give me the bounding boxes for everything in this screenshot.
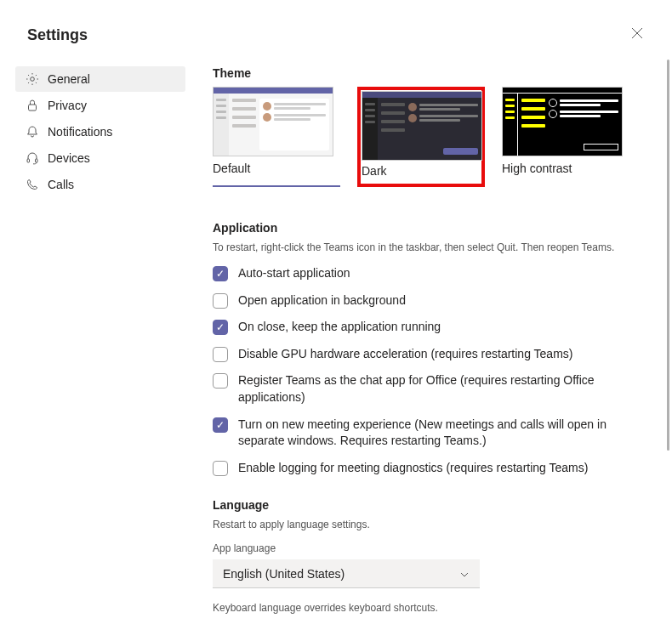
- chevron-down-icon: [459, 569, 470, 579]
- checkbox-label: Auto-start application: [238, 265, 350, 282]
- svg-rect-3: [29, 105, 37, 111]
- app-language-value: English (United States): [223, 567, 345, 581]
- checkbox-label: Disable GPU hardware acceleration (requi…: [238, 346, 572, 363]
- sidebar: General Privacy Notifications Devices Ca: [15, 60, 185, 624]
- page-title: Settings: [27, 26, 88, 44]
- checkbox-label: Turn on new meeting experience (New meet…: [238, 417, 646, 450]
- application-subtext: To restart, right-click the Teams icon i…: [213, 241, 646, 253]
- sidebar-item-privacy[interactable]: Privacy: [15, 93, 185, 118]
- theme-label: Dark: [362, 164, 481, 181]
- checkbox-row-disable-gpu: Disable GPU hardware acceleration (requi…: [213, 346, 646, 363]
- sidebar-item-general[interactable]: General: [15, 66, 185, 92]
- phone-icon: [26, 178, 39, 191]
- lock-icon: [26, 99, 39, 112]
- keyboard-note: Keyboard language overrides keyboard sho…: [213, 602, 646, 614]
- language-subtext: Restart to apply language settings.: [213, 519, 646, 530]
- application-heading: Application: [213, 221, 646, 235]
- checkbox-label: Register Teams as the chat app for Offic…: [238, 372, 646, 406]
- app-language-label: App language: [213, 542, 646, 554]
- language-section: Language Restart to apply language setti…: [213, 498, 646, 614]
- theme-label: Default: [213, 162, 340, 179]
- checkbox-on-close[interactable]: [213, 320, 228, 335]
- close-icon[interactable]: [624, 24, 650, 46]
- checkbox-auto-start[interactable]: [213, 266, 228, 281]
- checkbox-row-register-chat: Register Teams as the chat app for Offic…: [213, 372, 646, 406]
- sidebar-item-label: Privacy: [48, 99, 87, 112]
- language-heading: Language: [213, 498, 646, 512]
- theme-option-high-contrast[interactable]: High contrast: [502, 87, 629, 187]
- svg-rect-5: [36, 159, 38, 162]
- sidebar-item-label: General: [48, 72, 90, 86]
- sidebar-item-label: Devices: [48, 151, 90, 165]
- svg-point-2: [31, 77, 35, 82]
- checkbox-row-auto-start: Auto-start application: [213, 265, 646, 282]
- theme-option-default[interactable]: Default: [213, 87, 340, 187]
- theme-preview-dark: [362, 91, 482, 161]
- checkbox-enable-logging[interactable]: [213, 461, 228, 476]
- checkbox-row-on-close: On close, keep the application running: [213, 319, 646, 336]
- sidebar-item-label: Calls: [48, 178, 74, 191]
- checkbox-row-new-meeting: Turn on new meeting experience (New meet…: [213, 417, 646, 450]
- theme-option-dark[interactable]: Dark: [357, 87, 485, 187]
- bell-icon: [26, 125, 39, 139]
- theme-heading: Theme: [213, 66, 646, 80]
- svg-rect-4: [27, 159, 30, 162]
- checkbox-open-background[interactable]: [213, 293, 228, 309]
- checkbox-disable-gpu[interactable]: [213, 347, 228, 362]
- theme-section: Theme: [213, 66, 646, 187]
- checkbox-label: Enable logging for meeting diagnostics (…: [238, 460, 588, 477]
- checkbox-register-chat[interactable]: [213, 373, 228, 389]
- checkbox-row-open-background: Open application in background: [213, 292, 646, 309]
- sidebar-item-calls[interactable]: Calls: [15, 172, 185, 197]
- sidebar-item-label: Notifications: [48, 125, 112, 139]
- headset-icon: [26, 151, 39, 165]
- sidebar-item-notifications[interactable]: Notifications: [15, 119, 185, 145]
- checkbox-row-enable-logging: Enable logging for meeting diagnostics (…: [213, 460, 646, 477]
- gear-icon: [26, 72, 39, 86]
- scrollbar[interactable]: [667, 60, 669, 451]
- checkbox-new-meeting[interactable]: [213, 417, 228, 433]
- app-language-select[interactable]: English (United States): [213, 559, 480, 588]
- theme-preview-default: [213, 87, 333, 156]
- sidebar-item-devices[interactable]: Devices: [15, 145, 185, 171]
- checkbox-label: On close, keep the application running: [238, 319, 441, 336]
- application-section: Application To restart, right-click the …: [213, 221, 646, 476]
- checkbox-label: Open application in background: [238, 292, 406, 309]
- theme-label: High contrast: [502, 162, 629, 179]
- theme-preview-high-contrast: [502, 87, 623, 156]
